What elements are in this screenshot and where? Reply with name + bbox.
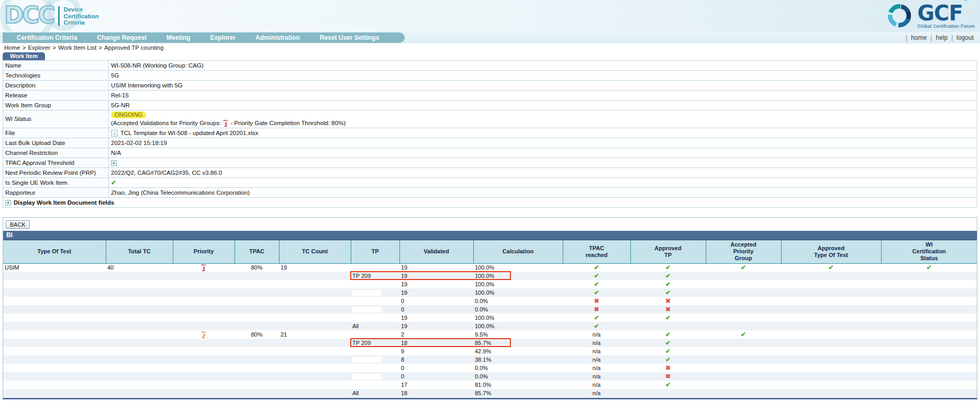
cell-tpac-reached: n/a bbox=[563, 347, 630, 355]
cell-tp bbox=[351, 372, 399, 381]
table-row: 19 100.0% ✔ ✔ bbox=[3, 280, 977, 288]
cell-wi-certification-status bbox=[881, 297, 977, 305]
cell-approved-type-of-test bbox=[781, 280, 881, 288]
nav-item-administration[interactable]: Administration bbox=[246, 34, 310, 41]
nav-item-explorer[interactable]: Explorer bbox=[200, 34, 246, 41]
priority-icon-label: PRIO bbox=[201, 331, 206, 333]
expand-icon[interactable]: + bbox=[111, 160, 117, 166]
display-document-fields-link[interactable]: Display Work Item Document fields bbox=[14, 199, 114, 206]
download-icon[interactable]: ↓ bbox=[111, 130, 118, 137]
work-item-field-row: Technologies 5G bbox=[3, 71, 977, 81]
cell-approved-type-of-test bbox=[781, 389, 881, 397]
cell-approved-type-of-test bbox=[781, 305, 881, 314]
cell-validated: 19 bbox=[399, 288, 473, 297]
user-link-logout[interactable]: logout bbox=[956, 34, 974, 41]
work-item-field-row: Work Item Group 5G-NR bbox=[3, 100, 977, 110]
cell-total-tc bbox=[106, 305, 173, 314]
file-link[interactable]: TCL Template for WI-508 - updated April … bbox=[120, 129, 258, 137]
cell-approved-type-of-test bbox=[781, 322, 881, 330]
user-links: |home|help|logout bbox=[902, 32, 974, 43]
cell-type-of-test bbox=[3, 389, 106, 397]
cell-calculation: 100.0% bbox=[473, 314, 563, 322]
user-link-home[interactable]: home bbox=[911, 34, 927, 41]
cell-accepted-priority-group bbox=[706, 381, 781, 389]
cell-wi-certification-status bbox=[881, 347, 977, 355]
column-header-total-tc: Total TC bbox=[106, 240, 173, 263]
cell-tp: TP 209 bbox=[351, 339, 399, 347]
cell-tpac-reached: n/a bbox=[563, 364, 630, 372]
dcc-logo: DCC Device Certification Criteria bbox=[4, 2, 99, 29]
cell-validated: 2 bbox=[399, 330, 473, 339]
cell-approved-type-of-test: ✔ bbox=[781, 263, 881, 272]
nav-item-meeting[interactable]: Meeting bbox=[157, 34, 200, 41]
work-item-tab: Work Item bbox=[3, 52, 45, 60]
priority-icon-number: 1 bbox=[224, 122, 227, 127]
cell-calculation: 100.0% bbox=[473, 322, 563, 330]
cell-approved-tp: ✔ bbox=[630, 288, 706, 297]
column-header-type-of-test: Type Of Test bbox=[3, 240, 106, 263]
cell-tpac bbox=[235, 355, 279, 364]
field-label: WI Status bbox=[3, 110, 109, 128]
cell-total-tc bbox=[106, 314, 173, 322]
cell-validated: 19 bbox=[399, 272, 473, 280]
redaction-block bbox=[352, 365, 381, 371]
check-icon: ✔ bbox=[665, 339, 671, 347]
breadcrumb-item[interactable]: Explorer bbox=[28, 44, 50, 51]
cell-calculation: 38.1% bbox=[473, 355, 563, 364]
nav-item-reset-user-settings[interactable]: Reset User Settings bbox=[310, 34, 389, 41]
nav-item-certification-criteria[interactable]: Certification Criteria bbox=[7, 34, 87, 41]
cell-priority bbox=[173, 339, 235, 347]
cross-icon: ✖ bbox=[665, 373, 671, 380]
table-row: 0 0.0% ✖ ✖ bbox=[3, 305, 977, 314]
check-icon: ✔ bbox=[665, 356, 671, 363]
column-header-approved-type-of-test: Approved Type Of Test bbox=[781, 240, 881, 263]
nav-item-change-request[interactable]: Change Request bbox=[87, 34, 157, 41]
cell-tp bbox=[351, 381, 399, 389]
cell-tc-count: 19 bbox=[279, 263, 351, 272]
cell-approved-tp bbox=[630, 322, 706, 330]
cell-approved-type-of-test bbox=[781, 314, 881, 322]
priority-1-icon: PRIO1 bbox=[222, 119, 229, 127]
check-icon: ✔ bbox=[665, 331, 671, 338]
redaction-block bbox=[352, 315, 381, 321]
cell-tc-count: 21 bbox=[279, 330, 351, 339]
table-row: 9 42.9% n/a ✔ bbox=[3, 347, 977, 355]
breadcrumb-separator: > bbox=[20, 44, 28, 51]
cell-priority bbox=[173, 305, 235, 314]
cell-total-tc bbox=[106, 347, 173, 355]
field-value: ✔ bbox=[109, 178, 977, 188]
breadcrumb-item[interactable]: Work Item List bbox=[58, 44, 96, 51]
cell-calculation: 0.0% bbox=[473, 372, 563, 381]
main-navbar: Certification CriteriaChange RequestMeet… bbox=[3, 32, 405, 43]
user-link-help[interactable]: help bbox=[936, 34, 948, 41]
breadcrumb-item[interactable]: Home bbox=[4, 44, 20, 51]
expand-icon[interactable]: + bbox=[5, 200, 11, 206]
field-value: WI-508-NR (Working Group: CAG) bbox=[109, 61, 977, 71]
check-icon: ✔ bbox=[741, 264, 746, 271]
back-button[interactable]: BACK bbox=[6, 220, 30, 229]
check-icon: ✔ bbox=[665, 381, 671, 388]
user-link-separator: | bbox=[927, 34, 936, 41]
table-row: All 19 100.0% ✔ bbox=[3, 322, 977, 330]
cell-tp bbox=[351, 355, 399, 364]
cell-total-tc bbox=[106, 339, 173, 347]
cell-approved-tp: ✔ bbox=[630, 381, 706, 389]
cell-tp bbox=[351, 305, 399, 314]
table-row: 0 0.0% n/a ✖ bbox=[3, 372, 977, 381]
cell-wi-certification-status bbox=[881, 280, 977, 288]
cross-icon: ✖ bbox=[665, 364, 671, 372]
cross-icon: ✖ bbox=[665, 306, 671, 313]
cell-calculation: 100.0% bbox=[473, 263, 563, 272]
check-icon: ✔ bbox=[926, 264, 931, 271]
cell-priority bbox=[173, 322, 235, 330]
cell-approved-type-of-test bbox=[781, 381, 881, 389]
column-header-accepted-priority-group: Accepted Priority Group bbox=[706, 240, 781, 263]
trademark-symbol: ™ bbox=[963, 0, 967, 4]
field-value: + bbox=[109, 158, 977, 168]
breadcrumb-separator: > bbox=[96, 44, 104, 51]
priority-icon-number: 1 bbox=[202, 266, 205, 272]
cell-validated: 18 bbox=[399, 389, 473, 397]
cell-tc-count bbox=[279, 288, 351, 297]
cell-tpac-reached: ✔ bbox=[563, 288, 630, 297]
column-header-tc-count: TC Count bbox=[279, 240, 351, 263]
